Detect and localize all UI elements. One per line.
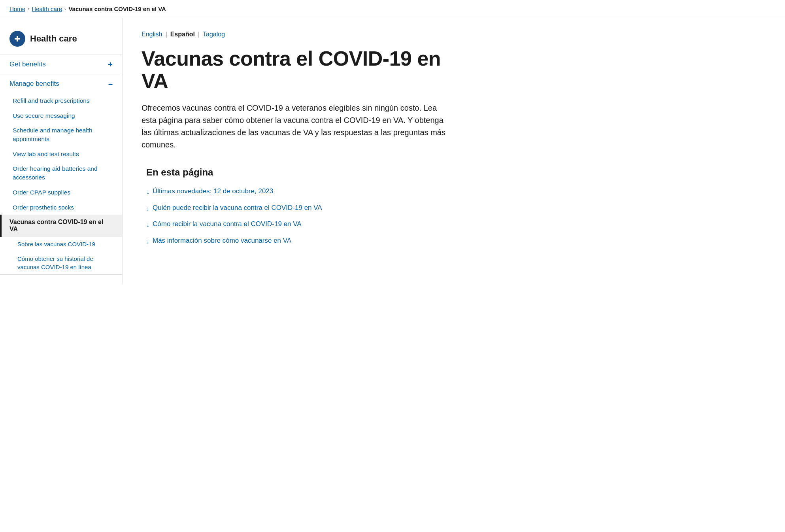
on-page-link-1-text: Últimas novedades: 12 de octubre, 2023 bbox=[153, 187, 273, 196]
on-page-link-4-text: Más información sobre cómo vacunarse en … bbox=[153, 236, 291, 245]
arrow-down-icon-2: ↓ bbox=[146, 204, 149, 213]
language-switcher: English | Español | Tagalog bbox=[142, 31, 459, 38]
breadcrumb-home[interactable]: Home bbox=[9, 6, 25, 12]
sidebar-item-lab-results[interactable]: View lab and test results bbox=[0, 147, 122, 162]
breadcrumb-current: Vacunas contra COVID-19 en el VA bbox=[68, 6, 166, 12]
breadcrumb-health-care[interactable]: Health care bbox=[32, 6, 62, 12]
manage-benefits-toggle[interactable]: Manage benefits – bbox=[0, 74, 122, 93]
on-page-link-4[interactable]: ↓ Más información sobre cómo vacunarse e… bbox=[142, 234, 459, 248]
on-page-link-2[interactable]: ↓ Quién puede recibir la vacuna contra e… bbox=[142, 201, 459, 215]
sidebar-item-schedule-appointments[interactable]: Schedule and manage health appointments bbox=[0, 123, 122, 146]
manage-benefits-section: Manage benefits – Refill and track presc… bbox=[0, 74, 122, 275]
sidebar-active-item-vacunas[interactable]: Vacunas contra COVID-19 en el VA bbox=[0, 215, 122, 237]
arrow-down-icon-4: ↓ bbox=[146, 237, 149, 246]
get-benefits-label: Get benefits bbox=[9, 60, 46, 68]
intro-text: Ofrecemos vacunas contra el COVID-19 a v… bbox=[142, 102, 450, 151]
lang-espanol: Español bbox=[170, 31, 195, 38]
lang-sep-1: | bbox=[165, 31, 167, 38]
manage-benefits-toggle-icon: – bbox=[108, 80, 113, 88]
on-page-link-3[interactable]: ↓ Cómo recibir la vacuna contra el COVID… bbox=[142, 217, 459, 232]
on-page-heading: En esta página bbox=[142, 167, 459, 178]
svg-rect-1 bbox=[15, 38, 20, 40]
sidebar-item-refill-prescriptions[interactable]: Refill and track prescriptions bbox=[0, 93, 122, 108]
sidebar-item-secure-messaging[interactable]: Use secure messaging bbox=[0, 108, 122, 123]
page-title: Vacunas contra el COVID-19 en VA bbox=[142, 47, 459, 92]
on-page-link-2-text: Quién puede recibir la vacuna contra el … bbox=[153, 203, 322, 213]
sidebar-item-cpap[interactable]: Order CPAP supplies bbox=[0, 185, 122, 200]
lang-sep-2: | bbox=[198, 31, 200, 38]
health-care-icon bbox=[9, 31, 25, 47]
lang-english[interactable]: English bbox=[142, 31, 162, 38]
sidebar-sub-item-sobre-vacunas[interactable]: Sobre las vacunas COVID-19 bbox=[0, 237, 122, 251]
lang-tagalog[interactable]: Tagalog bbox=[203, 31, 225, 38]
arrow-down-icon-1: ↓ bbox=[146, 188, 149, 196]
sidebar-title: Health care bbox=[30, 34, 77, 44]
main-content: English | Español | Tagalog Vacunas cont… bbox=[123, 18, 478, 526]
sidebar-sub-item-historial[interactable]: Cómo obtener su historial de vacunas COV… bbox=[0, 251, 122, 274]
breadcrumb-separator-2: › bbox=[64, 6, 66, 12]
sidebar-item-prosthetic-socks[interactable]: Order prosthetic socks bbox=[0, 200, 122, 215]
on-page-link-1[interactable]: ↓ Últimas novedades: 12 de octubre, 2023 bbox=[142, 184, 459, 199]
get-benefits-section: Get benefits + bbox=[0, 55, 122, 74]
get-benefits-toggle-icon: + bbox=[108, 60, 113, 68]
manage-benefits-label: Manage benefits bbox=[9, 80, 59, 88]
sidebar-item-hearing-aid[interactable]: Order hearing aid batteries and accessor… bbox=[0, 161, 122, 185]
on-page-section: En esta página ↓ Últimas novedades: 12 d… bbox=[142, 167, 459, 248]
arrow-down-icon-3: ↓ bbox=[146, 221, 149, 229]
breadcrumb: Home › Health care › Vacunas contra COVI… bbox=[0, 0, 785, 18]
sidebar: Health care Get benefits + Manage benefi… bbox=[0, 18, 123, 526]
breadcrumb-separator-1: › bbox=[28, 6, 29, 12]
on-page-link-3-text: Cómo recibir la vacuna contra el COVID-1… bbox=[153, 219, 302, 229]
get-benefits-toggle[interactable]: Get benefits + bbox=[0, 55, 122, 74]
